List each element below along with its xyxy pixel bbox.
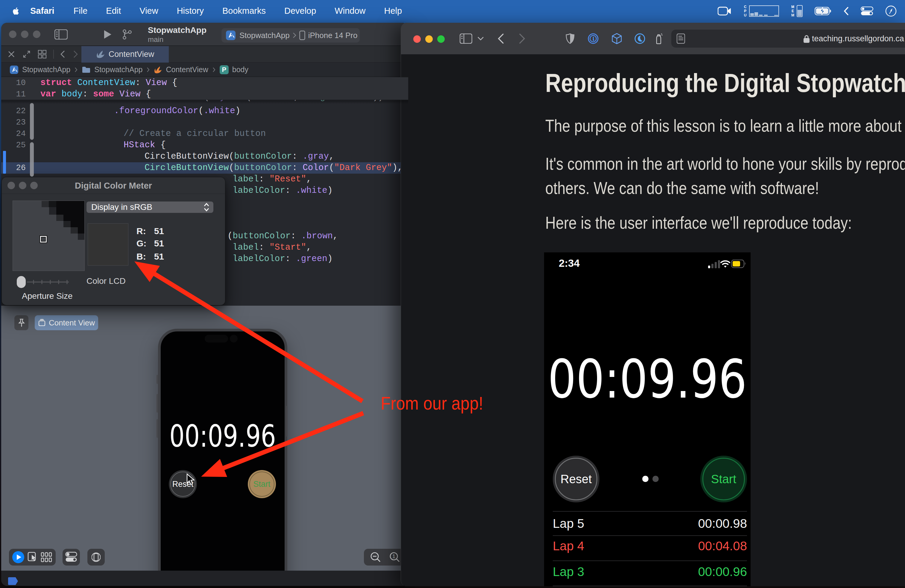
stopwatch-start-button-part[interactable]: [702, 458, 745, 500]
cube-extension-icon-part[interactable]: [611, 33, 622, 44]
screen-record-icon-part[interactable]: [718, 6, 732, 16]
onepassword-icon[interactable]: [588, 23, 599, 54]
dcm-aperture-slider-knob[interactable]: [17, 276, 26, 288]
zoom-out-button[interactable]: [370, 551, 381, 563]
tab-expand-icon[interactable]: [23, 50, 30, 58]
tab-contentview[interactable]: ContentView: [81, 46, 169, 63]
minimize-button[interactable]: [425, 35, 433, 43]
cube-extension-icon[interactable]: [611, 23, 622, 54]
canvas-variants-button[interactable]: [41, 552, 53, 562]
nav-back-icon-part[interactable]: [60, 50, 65, 58]
privacy-shield-icon-part[interactable]: [566, 33, 575, 44]
canvas-select-button[interactable]: [27, 552, 38, 563]
run-button-part[interactable]: [103, 30, 112, 39]
canvas-variants-button-part[interactable]: [41, 552, 53, 562]
preview-start-button-part[interactable]: [249, 472, 275, 497]
tab-grid-icon-part[interactable]: [38, 50, 47, 59]
dcm-aperture-slider-track[interactable]: [27, 278, 69, 286]
privacy-shield-icon[interactable]: [566, 23, 575, 54]
zoom-button[interactable]: [33, 30, 40, 38]
menu-item-edit[interactable]: Edit: [97, 6, 130, 16]
tab-grid-icon[interactable]: [38, 50, 47, 59]
preview-start-button[interactable]: Start: [248, 470, 276, 498]
reader-icon[interactable]: [676, 33, 685, 44]
xcode-jump-bar[interactable]: StopwatchApp StopwatchApp ContentView P …: [1, 63, 408, 77]
sidebar-toggle-icon[interactable]: [54, 29, 68, 40]
canvas-device-settings-button-part[interactable]: [65, 552, 77, 563]
sidebar-icon[interactable]: [460, 23, 472, 54]
sidebar-chevron-icon-part[interactable]: [477, 37, 484, 41]
menu-item-develop[interactable]: Develop: [275, 6, 325, 16]
onepassword-icon-part[interactable]: [588, 33, 599, 44]
nav-forward-icon-part[interactable]: [73, 50, 78, 58]
canvas-live-button[interactable]: [12, 551, 25, 563]
cpu-monitor-icon[interactable]: CPU: [743, 5, 779, 17]
tab-expand-icon-part[interactable]: [23, 50, 30, 58]
dcm-colorspace-dropdown[interactable]: Display in sRGB: [86, 202, 213, 213]
xcode-scheme-selector[interactable]: StopwatchApp iPhone 14 Pro: [221, 28, 360, 43]
stopwatch-reset-button-part[interactable]: [555, 458, 597, 500]
control-center-icon[interactable]: [861, 6, 873, 16]
sidebar-icon-part[interactable]: [460, 33, 472, 44]
zoom-button[interactable]: [437, 35, 445, 43]
apple-menu-icon[interactable]: [11, 6, 21, 16]
zoom-100-button[interactable]: 1: [389, 551, 400, 563]
canvas-preview-tag[interactable]: Content View: [35, 315, 98, 330]
menu-item-bookmarks[interactable]: Bookmarks: [213, 6, 275, 16]
menu-item-view[interactable]: View: [130, 6, 167, 16]
forward-button-part[interactable]: [519, 33, 526, 44]
compass-icon[interactable]: [885, 5, 897, 17]
sidebar-chevron-icon[interactable]: [477, 23, 484, 54]
apple-menu-icon-part[interactable]: [11, 6, 19, 16]
memory-monitor-icon[interactable]: MEM: [791, 5, 803, 17]
page-dot-active[interactable]: [642, 476, 649, 482]
canvas-device-bezels-button[interactable]: [87, 549, 105, 566]
canvas-live-button-part[interactable]: [12, 551, 25, 563]
menu-item-safari[interactable]: Safari: [21, 6, 64, 16]
noir-extension-icon[interactable]: [635, 23, 645, 54]
stopwatch-reset-button[interactable]: Reset: [553, 456, 599, 502]
nav-forward-icon[interactable]: [73, 50, 78, 58]
menu-item-history[interactable]: History: [168, 6, 213, 16]
battery-charging-icon-part[interactable]: [814, 7, 831, 15]
breakpoints-icon[interactable]: [8, 577, 19, 585]
canvas-device-bezels-button-part[interactable]: [92, 551, 100, 563]
menu-item-help[interactable]: Help: [375, 6, 411, 16]
menu-item-window[interactable]: Window: [325, 6, 375, 16]
minimize-button[interactable]: [21, 30, 29, 38]
menu-item-file[interactable]: File: [64, 6, 97, 16]
nav-back-icon[interactable]: [60, 50, 65, 58]
tab-close-icon[interactable]: [8, 51, 15, 58]
breadcrumb-project[interactable]: StopwatchApp: [22, 65, 70, 74]
back-button[interactable]: [497, 23, 504, 54]
spray-extension-icon-part[interactable]: [655, 33, 663, 44]
chevron-left-status-icon-part[interactable]: [843, 6, 849, 16]
canvas-pin-button[interactable]: [14, 315, 29, 330]
canvas-select-button-part[interactable]: [27, 552, 38, 563]
back-button-part[interactable]: [497, 33, 504, 44]
close-button[interactable]: [413, 35, 421, 43]
noir-extension-icon-part[interactable]: [635, 33, 645, 44]
address-bar[interactable]: teaching.russellgordon.ca: [671, 30, 905, 48]
breadcrumb-folder[interactable]: StopwatchApp: [94, 65, 143, 74]
run-button[interactable]: [103, 30, 112, 39]
forward-button[interactable]: [519, 23, 526, 54]
breadcrumb-symbol[interactable]: body: [232, 65, 248, 74]
canvas-device-settings-button[interactable]: [62, 549, 80, 566]
tab-close-icon-part[interactable]: [8, 51, 15, 58]
memory-monitor-icon-part[interactable]: [797, 5, 803, 17]
battery-charging-icon[interactable]: [814, 7, 831, 15]
spray-extension-icon[interactable]: [655, 23, 663, 54]
chevron-left-status-icon[interactable]: [843, 6, 849, 16]
page-dot-inactive[interactable]: [653, 476, 659, 482]
stopwatch-start-button[interactable]: Start: [700, 456, 747, 502]
cpu-monitor-icon-part[interactable]: [749, 5, 779, 17]
zoom-100-button-part[interactable]: 1: [389, 551, 400, 563]
breadcrumb-file[interactable]: ContentView: [166, 65, 208, 74]
compass-icon-part[interactable]: [885, 5, 897, 17]
zoom-out-button-part[interactable]: [370, 551, 381, 563]
close-button[interactable]: [9, 30, 16, 38]
sidebar-toggle-icon-part[interactable]: [54, 29, 68, 40]
screen-record-icon[interactable]: [718, 6, 732, 16]
control-center-icon-part[interactable]: [861, 6, 873, 16]
